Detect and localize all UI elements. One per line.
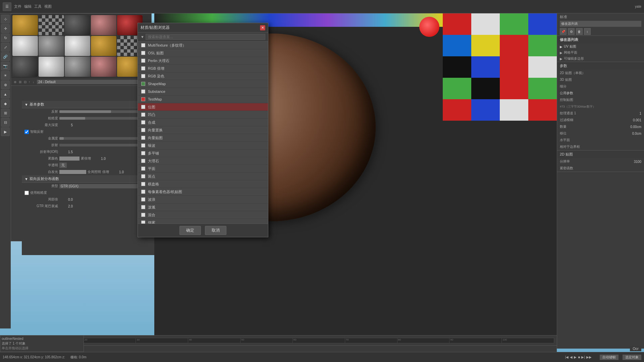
thumb-2[interactable]	[39, 15, 64, 35]
reactor-tool-btn[interactable]: ⊟	[1, 118, 10, 127]
modal-close-btn[interactable]: ✕	[260, 25, 265, 31]
confirm-btn[interactable]: 确定	[179, 226, 201, 235]
gi-collapse-icon[interactable]: ▼	[24, 177, 28, 181]
mat-toolbar-btn2[interactable]: ⊞	[19, 80, 21, 84]
timeline-bar[interactable]: 10 20 30 40 50 60 70 80 90 100	[31, 338, 554, 343]
rpanel-move-btn[interactable]: ↕	[584, 28, 591, 35]
use-roughness-check[interactable]	[24, 191, 29, 195]
material-browser-dialog[interactable]: 材质/贴图浏览器 ✕ ▼ MultiTexture（多纹理）OSL 贴图Perl…	[138, 23, 268, 237]
modal-title-bar[interactable]: 材质/贴图浏览器 ✕	[138, 23, 268, 33]
thumb-8[interactable]	[65, 36, 90, 56]
list-item-3[interactable]: Perlin 大理石	[138, 57, 268, 65]
list-item-icon-5	[141, 73, 146, 79]
top-menu-file[interactable]: 文件	[14, 4, 21, 9]
roughness-slider[interactable]	[59, 117, 145, 120]
mat-toolbar-btn5[interactable]: ↓	[33, 80, 34, 84]
mat-toolbar-btn4[interactable]: ↑	[29, 80, 30, 84]
list-item-17[interactable]: 平面	[138, 165, 268, 173]
rpanel-delete-btn[interactable]: 🗑	[576, 28, 583, 35]
list-item-21[interactable]: 波浪	[138, 196, 268, 203]
list-item-15[interactable]: 多平铺	[138, 149, 268, 157]
top-menu-tools[interactable]: 工具	[34, 4, 42, 9]
rpanel-pin-btn[interactable]: 📌	[560, 28, 567, 35]
fog-color-swatch[interactable]	[59, 157, 79, 161]
helper-tool-btn[interactable]: ⊕	[1, 80, 10, 89]
list-item-12[interactable]: 向量置换	[138, 126, 268, 134]
thumb-6[interactable]	[12, 36, 38, 56]
list-item-8[interactable]: TestMap	[138, 96, 268, 103]
selected-mode-dropdown[interactable]: 选定对象	[623, 355, 641, 360]
thumb-4[interactable]	[91, 15, 116, 35]
gold-slider[interactable]	[59, 137, 145, 140]
menu-btn[interactable]: ☰	[3, 2, 11, 11]
list-item-5[interactable]: RGB 染色	[138, 72, 268, 80]
thumb-14[interactable]	[91, 57, 116, 77]
list-item-13[interactable]: 向量贴图	[138, 134, 268, 142]
thumb-7[interactable]	[39, 36, 64, 56]
rotate-tool-btn[interactable]: ↻	[1, 34, 10, 42]
camera-tool-btn[interactable]: 📷	[1, 62, 10, 70]
list-item-16[interactable]: 大理石	[138, 157, 268, 165]
rpanel-mesh-row[interactable]: ▶网格平面	[557, 50, 644, 56]
rpanel-uvw-row[interactable]: ▶UV 贴图	[557, 44, 644, 50]
stop-btn[interactable]: ■	[578, 355, 580, 359]
list-item-4[interactable]: RGB 倍增	[138, 65, 268, 72]
modal-search-input[interactable]	[146, 34, 265, 40]
shape-tool-btn[interactable]: ▲	[1, 90, 10, 99]
scale-tool-btn[interactable]: ⤢	[1, 43, 10, 52]
hint-text: 单击并拖动以选择	[2, 346, 82, 351]
list-item-11[interactable]: 合成	[138, 119, 268, 126]
color-cell-green	[500, 13, 528, 35]
thumb-3[interactable]	[65, 15, 90, 35]
top-menu-edit[interactable]: 编辑	[24, 4, 32, 9]
prev-frame-btn[interactable]: ◀	[570, 355, 573, 359]
list-item-icon-19	[141, 181, 146, 187]
thumb-13[interactable]	[65, 57, 90, 77]
thumb-9[interactable]	[91, 36, 116, 56]
select-tool-btn[interactable]: ⊹	[1, 15, 10, 23]
link-tool-btn[interactable]: 🔗	[1, 52, 10, 61]
rpanel-config-btn[interactable]: ⚙	[568, 28, 575, 35]
play-btn[interactable]: ▶	[574, 355, 577, 359]
smart-reflect-check[interactable]	[24, 130, 29, 134]
list-item-2[interactable]: OSL 贴图	[138, 49, 268, 57]
list-item-6[interactable]: ShapeMap	[138, 80, 268, 88]
anim-tool-btn[interactable]: ▶	[1, 127, 10, 136]
list-item-9[interactable]: 位图	[138, 103, 268, 111]
list-item-20[interactable]: 每像素着色器/机贴图	[138, 188, 268, 196]
list-item-1[interactable]: MultiTexture（多纹理）	[138, 42, 268, 49]
mat-toolbar-btn1[interactable]: ⊕	[14, 80, 16, 84]
move-tool-btn[interactable]: ✛	[1, 24, 10, 33]
list-item-19[interactable]: 棋盘格	[138, 180, 268, 188]
next-frame-btn[interactable]: ▶|	[581, 355, 585, 359]
list-item-text-1: MultiTexture（多纹理）	[148, 43, 186, 48]
mat-toolbar-btn3[interactable]: ⊟	[24, 80, 26, 84]
geo-tool-btn[interactable]: ◆	[1, 99, 10, 108]
outliner-label: outlinerNested	[2, 337, 82, 341]
play-start-btn[interactable]: |◀	[565, 355, 569, 359]
translucent-dropdown[interactable]: 无	[59, 163, 67, 168]
thumb-11[interactable]	[12, 57, 38, 77]
collapse-icon[interactable]: ▼	[24, 103, 28, 107]
list-item-22[interactable]: 泼溅	[138, 203, 268, 211]
thumb-1[interactable]	[12, 15, 38, 35]
auto-key-btn[interactable]: 自动键帧	[600, 355, 619, 360]
reflect-slider[interactable]	[59, 110, 145, 113]
selfillum-swatch[interactable]	[59, 170, 86, 174]
list-item-7[interactable]: Substance	[138, 88, 268, 96]
list-item-23[interactable]: 混合	[138, 211, 268, 219]
current-material-name[interactable]: 24 - Default	[37, 80, 143, 84]
modifier-tool-btn[interactable]: ⊞	[1, 109, 10, 117]
light-tool-btn[interactable]: ☀	[1, 71, 10, 80]
play-end-btn[interactable]: ▶▶	[586, 355, 592, 359]
top-menu-view[interactable]: 视图	[44, 4, 52, 9]
list-item-18[interactable]: 斑点	[138, 173, 268, 180]
list-item-14[interactable]: 噪波	[138, 142, 268, 149]
cancel-btn[interactable]: 取消	[205, 226, 226, 235]
modifier-list-dropdown[interactable]: 修改器列表	[560, 21, 641, 27]
list-item-10[interactable]: 凹凸	[138, 111, 268, 119]
thumb-12[interactable]	[39, 57, 64, 77]
list-item-icon-16	[141, 158, 146, 164]
list-item-24[interactable]: 烟雾	[138, 219, 268, 224]
rpanel-editable-row[interactable]: ▶可编辑多边形	[557, 56, 644, 62]
